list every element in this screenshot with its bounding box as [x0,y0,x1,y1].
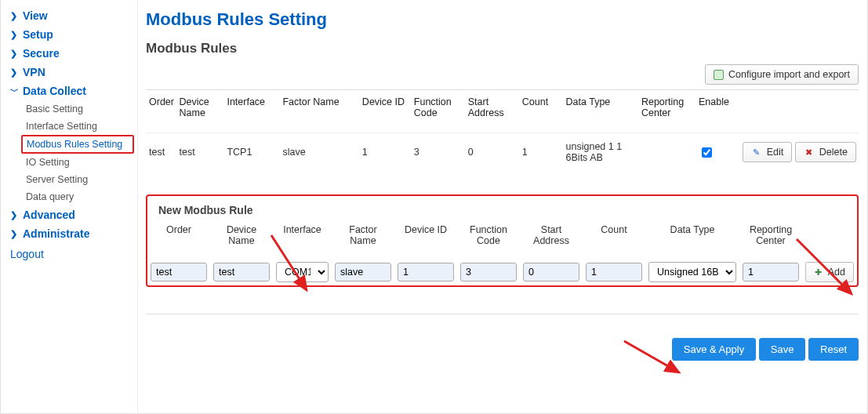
form-input-row: COM1 Unsigned 16Bits ✚Add [147,259,857,285]
col-interface: Interface [223,90,279,133]
main-content: Modbus Rules Setting Modbus Rules Config… [138,0,868,413]
configure-import-export-button[interactable]: Configure import and export [705,64,859,85]
hdr-device-name: Device Name [210,220,273,259]
sidebar-item-io-setting[interactable]: IO Setting [21,154,137,171]
interface-select[interactable]: COM1 [276,262,329,282]
start-address-input[interactable] [523,263,579,281]
cell-reporting-center [638,133,695,172]
sidebar-item-setup[interactable]: ❯Setup [10,25,137,44]
cell-order: test [146,133,176,172]
rules-table: Order Device Name Interface Factor Name … [146,90,859,171]
col-factor-name: Factor Name [279,90,358,133]
save-button[interactable]: Save [759,338,806,361]
add-button[interactable]: ✚Add [805,262,854,282]
page-title: Modbus Rules Setting [146,9,859,30]
edit-button[interactable]: ✎Edit [743,142,793,162]
cell-start-address: 0 [465,133,519,172]
col-function-code: Function Code [411,90,465,133]
hdr-factor-name: Factor Name [332,220,394,259]
count-input[interactable] [586,263,642,281]
cell-factor-name: slave [279,133,358,172]
reporting-center-input[interactable] [743,263,799,281]
factor-name-input[interactable] [335,263,391,281]
order-input[interactable] [151,263,207,281]
hdr-interface: Interface [273,220,332,259]
data-type-select[interactable]: Unsigned 16Bits [648,262,736,282]
table-row: test test TCP1 slave 1 3 0 1 unsigned 1 … [146,133,859,172]
button-label: Configure import and export [728,69,850,80]
cell-count: 1 [519,133,563,172]
col-reporting-center: Reporting Center [638,90,695,133]
page-subtitle: Modbus Rules [146,41,859,56]
enable-checkbox[interactable] [702,147,712,158]
sidebar-item-label: Administrate [23,227,90,240]
chevron-right-icon: ❯ [10,210,23,220]
delete-icon: ✖ [804,147,815,158]
delete-button[interactable]: ✖Delete [795,142,856,162]
sidebar-item-vpn[interactable]: ❯VPN [10,63,137,82]
chevron-right-icon: ❯ [10,229,23,239]
chevron-right-icon: ❯ [10,67,23,78]
sidebar-item-server-setting[interactable]: Server Setting [21,171,137,188]
col-start-address: Start Address [465,90,519,133]
sidebar-item-view[interactable]: ❯View [10,6,137,25]
new-rule-form: Order Device Name Interface Factor Name … [147,220,857,285]
device-id-input[interactable] [398,263,454,281]
chevron-right-icon: ❯ [10,49,23,59]
reset-button[interactable]: Reset [808,338,859,361]
col-enable: Enable [695,90,739,133]
logout-link[interactable]: Logout [10,243,137,265]
chevron-right-icon: ❯ [10,11,23,21]
button-label: Edit [767,147,784,158]
edit-icon: ✎ [751,147,762,158]
hdr-start-address: Start Address [520,220,583,259]
sidebar-item-data-collect[interactable]: ﹀Data Collect [10,82,137,100]
hdr-order: Order [147,220,210,259]
divider [146,314,859,314]
cell-enable [695,133,739,172]
sidebar-item-label: VPN [23,66,45,78]
sidebar-item-label: Secure [23,47,60,60]
sidebar-item-label: Data Collect [23,85,86,97]
function-code-input[interactable] [460,263,517,281]
cell-interface: TCP1 [223,133,279,172]
sidebar-item-advanced[interactable]: ❯Advanced [10,205,137,224]
hdr-count: Count [583,220,645,259]
hdr-reporting-center: Reporting Center [739,220,802,259]
sidebar-item-administrate[interactable]: ❯Administrate [10,224,137,243]
sidebar-item-interface-setting[interactable]: Interface Setting [21,118,137,135]
button-label: Add [828,267,845,278]
col-count: Count [519,90,563,133]
subnav-data-collect: Basic Setting Interface Setting Modbus R… [21,100,137,205]
table-header-row: Order Device Name Interface Factor Name … [146,90,859,133]
save-apply-button[interactable]: Save & Apply [672,338,756,361]
device-name-input[interactable] [213,263,270,281]
chevron-right-icon: ❯ [10,30,23,40]
col-device-name: Device Name [176,90,224,133]
sidebar-item-basic-setting[interactable]: Basic Setting [21,100,137,118]
sidebar-item-data-query[interactable]: Data query [21,188,137,205]
cell-device-name: test [176,133,224,172]
sidebar-item-label: View [23,9,48,22]
hdr-device-id: Device ID [394,220,457,259]
section-title: New Modbus Rule [147,196,857,220]
sidebar: ❯View ❯Setup ❯Secure ❯VPN ﹀Data Collect … [1,0,138,413]
sidebar-item-modbus-rules-setting[interactable]: Modbus Rules Setting [21,135,134,154]
cell-data-type: unsigned 1 1 6Bits AB [563,133,638,172]
col-device-id: Device ID [359,90,411,133]
cell-actions: ✎Edit ✖Delete [739,133,859,172]
sidebar-item-label: Setup [23,28,53,41]
sidebar-item-label: Advanced [23,209,75,221]
col-data-type: Data Type [563,90,638,133]
sidebar-item-secure[interactable]: ❯Secure [10,44,137,63]
hdr-function-code: Function Code [457,220,520,259]
add-icon: ✚ [814,267,823,278]
cell-function-code: 3 [411,133,465,172]
hdr-data-type: Data Type [645,220,739,259]
button-label: Delete [819,147,848,158]
new-rule-section: New Modbus Rule Order Device Name Interf… [146,194,859,287]
form-header-row: Order Device Name Interface Factor Name … [147,220,857,259]
footer-actions: Save & Apply Save Reset [146,338,859,361]
cell-device-id: 1 [359,133,411,172]
chevron-down-icon: ﹀ [10,85,23,97]
